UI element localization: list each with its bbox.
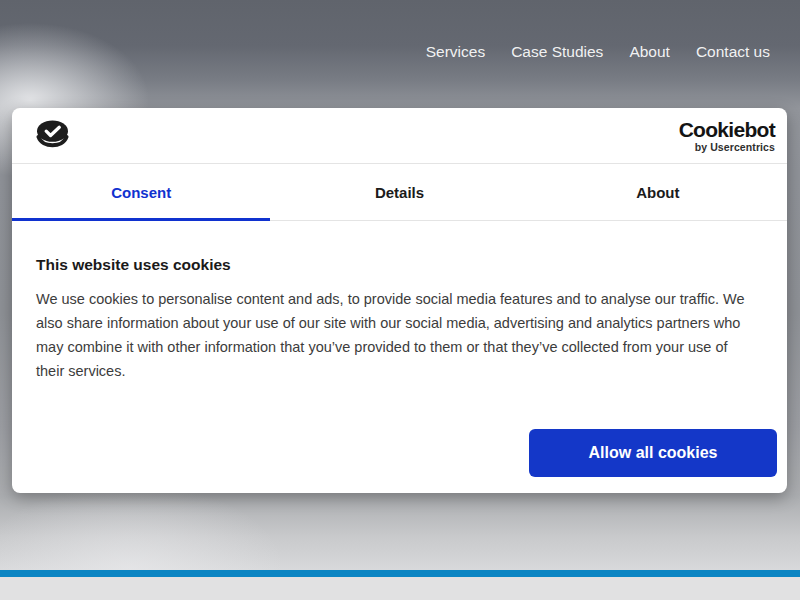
nav-link-contact-us[interactable]: Contact us <box>696 43 770 61</box>
tab-consent-label: Consent <box>111 184 171 201</box>
tab-consent[interactable]: Consent <box>12 164 270 220</box>
cookie-consent-dialog: Cookiebot by Usercentrics Consent Detail… <box>12 108 787 493</box>
cookiebot-logo-icon <box>36 120 69 151</box>
dialog-body-text: We use cookies to personalise content an… <box>36 287 759 383</box>
dialog-header: Cookiebot by Usercentrics <box>12 108 787 164</box>
section-divider-line <box>0 570 800 577</box>
brand-wordmark: Cookiebot by Usercentrics <box>679 119 775 153</box>
footer-section <box>0 577 800 600</box>
brand-name: Cookiebot <box>679 119 775 140</box>
tab-about[interactable]: About <box>529 164 787 220</box>
top-nav: Services Case Studies About Contact us <box>426 43 770 61</box>
dialog-content: This website uses cookies We use cookies… <box>12 221 787 383</box>
tab-details[interactable]: Details <box>270 164 528 220</box>
active-tab-underline <box>12 218 270 221</box>
tab-about-label: About <box>636 184 679 201</box>
brand-byline: by Usercentrics <box>679 142 775 153</box>
nav-link-services[interactable]: Services <box>426 43 485 61</box>
nav-link-about[interactable]: About <box>629 43 670 61</box>
dialog-heading: This website uses cookies <box>36 256 759 274</box>
dialog-tabs: Consent Details About <box>12 164 787 221</box>
nav-link-case-studies[interactable]: Case Studies <box>511 43 603 61</box>
tab-details-label: Details <box>375 184 424 201</box>
allow-all-cookies-button[interactable]: Allow all cookies <box>529 429 777 477</box>
